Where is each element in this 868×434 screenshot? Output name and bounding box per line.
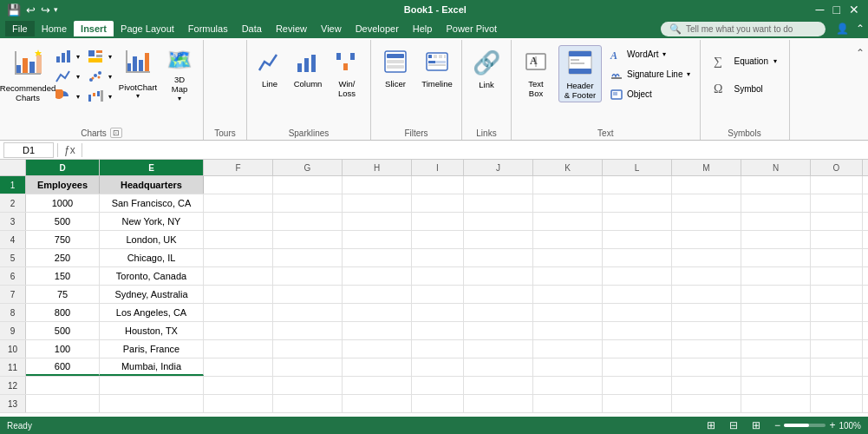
grid-cell[interactable] xyxy=(741,340,811,358)
grid-cell[interactable] xyxy=(672,340,741,358)
grid-cell[interactable]: 150 xyxy=(26,267,100,285)
grid-cell[interactable]: Chicago, IL xyxy=(100,249,204,266)
grid-cell[interactable] xyxy=(603,286,672,303)
grid-cell[interactable] xyxy=(533,213,603,230)
col-header-k[interactable]: K xyxy=(533,160,603,175)
grid-cell[interactable] xyxy=(204,377,273,394)
grid-cell[interactable] xyxy=(741,286,811,303)
ribbon-more-icon[interactable]: ⌃ xyxy=(852,43,868,62)
grid-cell[interactable] xyxy=(204,286,273,303)
grid-cell[interactable] xyxy=(464,249,533,266)
grid-cell[interactable] xyxy=(533,176,603,194)
row-header[interactable]: 4 xyxy=(0,231,26,248)
row-header[interactable]: 7 xyxy=(0,286,26,303)
pivot-chart-button[interactable]: PivotChart ▾ xyxy=(118,43,158,104)
grid-cell[interactable] xyxy=(273,358,343,376)
grid-cell[interactable] xyxy=(204,213,273,230)
grid-cell[interactable] xyxy=(412,213,464,230)
menu-item-review[interactable]: Review xyxy=(269,21,314,36)
view-pagebreak-icon[interactable]: ⊞ xyxy=(752,419,760,431)
grid-cell[interactable] xyxy=(741,304,811,321)
grid-cell[interactable] xyxy=(343,176,412,194)
quick-save-icon[interactable]: 💾 xyxy=(5,3,23,16)
pie-chart-dropdown[interactable]: ▾ xyxy=(74,87,82,106)
charts-expand-icon[interactable]: ⊡ xyxy=(110,128,122,138)
grid-cell[interactable] xyxy=(741,249,811,266)
grid-cell[interactable] xyxy=(672,358,741,376)
grid-cell[interactable] xyxy=(603,194,672,212)
row-header[interactable]: 2 xyxy=(0,194,26,212)
grid-cell[interactable] xyxy=(343,213,412,230)
grid-cell[interactable] xyxy=(603,213,672,230)
zoom-out-icon[interactable]: − xyxy=(774,419,780,431)
grid-cell[interactable]: 500 xyxy=(26,322,100,339)
scatter-chart-button[interactable] xyxy=(86,67,105,86)
grid-cell[interactable] xyxy=(741,267,811,285)
grid-cell[interactable] xyxy=(273,340,343,358)
grid-cell[interactable] xyxy=(343,395,412,412)
grid-cell[interactable] xyxy=(464,286,533,303)
grid-cell[interactable] xyxy=(811,377,863,394)
col-header-j[interactable]: J xyxy=(464,160,533,175)
grid-cell[interactable] xyxy=(811,304,863,321)
grid-cell[interactable] xyxy=(533,304,603,321)
line-chart-button[interactable] xyxy=(54,67,73,86)
grid-cell[interactable] xyxy=(533,395,603,412)
grid-cell[interactable] xyxy=(100,377,204,394)
minimize-icon[interactable]: ─ xyxy=(813,3,828,16)
ribbon-collapse-icon[interactable]: ⌃ xyxy=(852,23,868,35)
grid-cell[interactable] xyxy=(672,304,741,321)
grid-cell[interactable] xyxy=(412,194,464,212)
col-header-o[interactable]: O xyxy=(811,160,863,175)
grid-cell[interactable] xyxy=(811,395,863,412)
grid-cell[interactable] xyxy=(412,286,464,303)
grid-cell[interactable] xyxy=(672,176,741,194)
grid-cell[interactable] xyxy=(672,322,741,339)
row-header[interactable]: 9 xyxy=(0,322,26,339)
grid-cell[interactable] xyxy=(464,213,533,230)
grid-cell[interactable] xyxy=(273,231,343,248)
grid-cell[interactable] xyxy=(412,249,464,266)
wordart-button[interactable]: A WordArt ▾ xyxy=(605,45,695,63)
grid-cell[interactable] xyxy=(672,267,741,285)
grid-cell[interactable] xyxy=(464,340,533,358)
grid-cell[interactable] xyxy=(811,213,863,230)
grid-cell[interactable] xyxy=(412,358,464,376)
grid-cell[interactable] xyxy=(464,322,533,339)
col-header-g[interactable]: G xyxy=(273,160,343,175)
quick-access-dropdown[interactable]: ▾ xyxy=(54,5,58,14)
pie-chart-button[interactable] xyxy=(54,87,73,106)
grid-cell[interactable]: 800 xyxy=(26,304,100,321)
grid-cell[interactable] xyxy=(533,194,603,212)
grid-cell[interactable]: 750 xyxy=(26,231,100,248)
grid-cell[interactable]: Houston, TX xyxy=(100,322,204,339)
grid-cell[interactable] xyxy=(204,231,273,248)
grid-cell[interactable] xyxy=(464,304,533,321)
grid-cell[interactable] xyxy=(204,395,273,412)
menu-item-insert[interactable]: Insert xyxy=(74,21,114,36)
textbox-button[interactable]: A TextBox xyxy=(517,45,555,102)
col-header-i[interactable]: I xyxy=(412,160,464,175)
grid-cell[interactable]: London, UK xyxy=(100,231,204,248)
grid-cell[interactable] xyxy=(343,322,412,339)
grid-cell[interactable] xyxy=(464,194,533,212)
row-header[interactable]: 12 xyxy=(0,377,26,394)
grid-cell[interactable]: Sydney, Australia xyxy=(100,286,204,303)
grid-cell[interactable] xyxy=(412,395,464,412)
grid-cell[interactable] xyxy=(343,304,412,321)
grid-cell[interactable] xyxy=(672,395,741,412)
grid-cell[interactable]: Headquarters xyxy=(100,176,204,194)
grid-cell[interactable] xyxy=(273,194,343,212)
object-button[interactable]: Object xyxy=(605,85,695,103)
grid-cell[interactable] xyxy=(412,304,464,321)
view-layout-icon[interactable]: ⊟ xyxy=(729,419,738,431)
grid-cell[interactable] xyxy=(603,395,672,412)
row-header[interactable]: 11 xyxy=(0,358,26,376)
grid-cell[interactable] xyxy=(412,176,464,194)
col-header-e[interactable]: E xyxy=(100,160,204,175)
grid-cell[interactable] xyxy=(412,377,464,394)
row-header[interactable]: 10 xyxy=(0,340,26,358)
grid-cell[interactable] xyxy=(412,340,464,358)
grid-cell[interactable] xyxy=(204,194,273,212)
menu-item-view[interactable]: View xyxy=(314,21,349,36)
